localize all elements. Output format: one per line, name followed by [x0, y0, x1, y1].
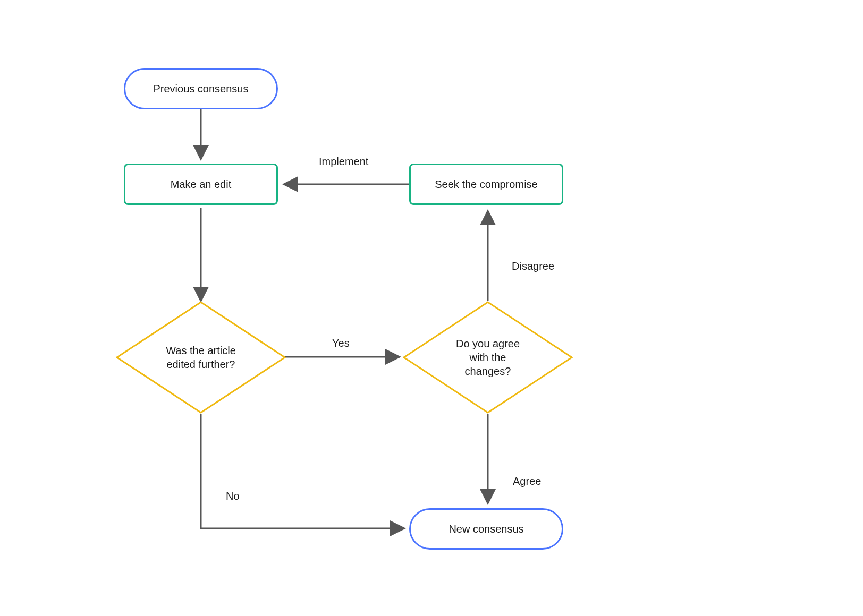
node-label: Was the articleedited further? [166, 344, 236, 371]
edge-no [201, 414, 404, 528]
node-label: New consensus [449, 523, 523, 535]
node-previous-consensus: Previous consensus [124, 68, 278, 109]
node-label: Seek the compromise [435, 178, 537, 191]
edge-label-no: No [226, 490, 240, 502]
node-label: Previous consensus [154, 83, 249, 95]
edge-label-agree: Agree [513, 475, 541, 487]
node-seek-compromise: Seek the compromise [409, 164, 563, 205]
edge-label-implement: Implement [319, 156, 368, 168]
node-edited-further: Was the articleedited further? [116, 301, 286, 414]
node-agree-changes: Do you agreewith thechanges? [403, 301, 573, 414]
edge-label-yes: Yes [332, 337, 350, 349]
edge-label-disagree: Disagree [512, 260, 554, 272]
node-new-consensus: New consensus [409, 508, 563, 550]
node-label: Make an edit [171, 178, 232, 191]
node-label: Do you agreewith thechanges? [456, 337, 520, 378]
flowchart-canvas: Previous consensus Make an edit Seek the… [0, 0, 863, 616]
node-make-edit: Make an edit [124, 164, 278, 205]
